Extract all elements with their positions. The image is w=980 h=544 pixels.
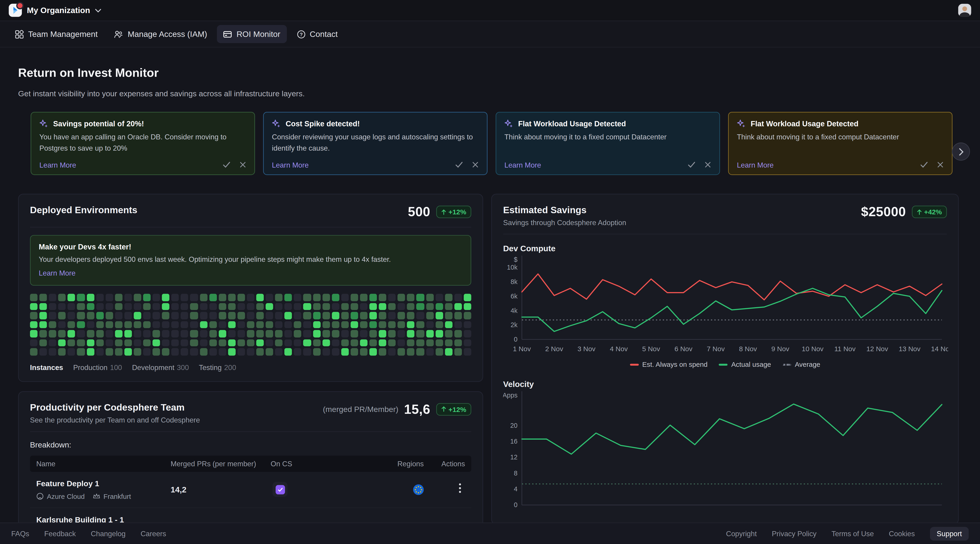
learn-more-link[interactable]: Learn More — [272, 161, 309, 169]
user-avatar[interactable] — [958, 4, 971, 17]
heatmap-cell — [87, 303, 94, 310]
productivity-value: 15,6 — [404, 402, 431, 417]
dismiss-icon[interactable] — [937, 161, 944, 168]
heatmap-cell — [143, 339, 151, 346]
dismiss-icon[interactable] — [239, 161, 246, 168]
alert-body: Consider reviewing your usage logs and a… — [272, 132, 479, 154]
heatmap-cell — [464, 339, 471, 346]
heatmap-cell — [332, 321, 339, 328]
footer-link-support[interactable]: Support — [930, 527, 969, 540]
heatmap-cell — [388, 303, 396, 310]
heatmap-cell — [350, 294, 358, 301]
dismiss-icon[interactable] — [705, 161, 711, 168]
footer-link-feedback[interactable]: Feedback — [44, 530, 76, 538]
accept-icon[interactable] — [223, 161, 231, 169]
nav-label: Team Management — [28, 29, 98, 39]
heatmap-cell — [68, 303, 75, 310]
heatmap-cell — [105, 339, 113, 346]
nav-manage-access-iam[interactable]: Manage Access (IAM) — [108, 25, 213, 43]
learn-more-link[interactable]: Learn More — [39, 269, 75, 277]
footer-link-copyright[interactable]: Copyright — [726, 530, 757, 538]
main-nav: Team Management Manage Access (IAM) ROI … — [0, 21, 980, 48]
on-cs-checkbox[interactable] — [272, 482, 288, 497]
svg-text:4k: 4k — [511, 307, 518, 314]
org-switcher[interactable]: My Organization — [9, 4, 101, 17]
nav-contact[interactable]: ? Contact — [290, 25, 344, 43]
footer-link-careers[interactable]: Careers — [140, 530, 166, 538]
col-regions: Regions — [358, 460, 424, 467]
row-actions-menu[interactable] — [455, 481, 465, 498]
footer-link-terms[interactable]: Terms of Use — [832, 530, 874, 538]
heatmap-cell — [285, 348, 292, 355]
heatmap-cell — [237, 303, 245, 310]
heatmap-cell — [218, 321, 226, 328]
heatmap-cell — [124, 321, 132, 328]
kebab-icon — [459, 483, 461, 493]
svg-text:3 Nov: 3 Nov — [578, 345, 595, 353]
heatmap-cell — [218, 330, 226, 337]
breakdown-label: Breakdown: — [30, 441, 471, 449]
heatmap-cell — [134, 303, 141, 310]
heatmap-cell — [332, 303, 339, 310]
heatmap-cell — [256, 303, 264, 310]
legend-dash-red — [630, 363, 638, 365]
heatmap-cell — [96, 312, 103, 319]
nav-team-management[interactable]: Team Management — [9, 25, 104, 43]
learn-more-link[interactable]: Learn More — [504, 161, 541, 169]
heatmap-cell — [190, 294, 198, 301]
heatmap-cell — [218, 312, 226, 319]
svg-text:8: 8 — [514, 469, 518, 477]
merged-prs-value: 14,2 — [170, 485, 270, 494]
heatmap-cell — [153, 330, 160, 337]
heatmap-cell — [426, 339, 433, 346]
heatmap-cell — [407, 339, 415, 346]
heatmap-cell — [417, 321, 424, 328]
legend-label: Testing — [199, 363, 222, 371]
heatmap-cell — [369, 330, 377, 337]
footer-link-faqs[interactable]: FAQs — [11, 530, 29, 538]
dismiss-icon[interactable] — [472, 161, 479, 168]
footer-link-changelog[interactable]: Changelog — [91, 530, 126, 538]
heatmap-cell — [388, 321, 396, 328]
heatmap-cell — [313, 312, 320, 319]
learn-more-link[interactable]: Learn More — [737, 161, 773, 169]
heatmap-cell — [332, 312, 339, 319]
heatmap-cell — [360, 330, 368, 337]
svg-text:13 Nov: 13 Nov — [899, 345, 920, 353]
learn-more-link[interactable]: Learn More — [40, 161, 76, 169]
heatmap-cell — [285, 303, 292, 310]
svg-text:4: 4 — [514, 485, 518, 493]
accept-icon[interactable] — [687, 161, 695, 169]
question-circle-icon: ? — [297, 30, 305, 38]
heatmap-cell — [58, 321, 66, 328]
heatmap-cell — [407, 294, 415, 301]
heatmap-cell — [275, 303, 283, 310]
nav-label: Manage Access (IAM) — [128, 29, 207, 39]
heatmap-cell — [58, 303, 66, 310]
heatmap-cell — [350, 348, 358, 355]
heatmap-cell — [228, 312, 235, 319]
alert-card-cost-spike: Cost Spike detected! Consider reviewing … — [263, 112, 488, 175]
footer-link-privacy[interactable]: Privacy Policy — [772, 530, 816, 538]
grid-icon — [15, 30, 24, 38]
legend-label: Est. Always on spend — [642, 361, 708, 368]
alerts-next-button[interactable] — [952, 143, 970, 161]
heatmap-cell — [228, 339, 235, 346]
heatmap-cell — [322, 348, 330, 355]
footer-link-cookies[interactable]: Cookies — [889, 530, 915, 538]
heatmap-cell — [190, 303, 198, 310]
nav-roi-monitor[interactable]: ROI Monitor — [217, 25, 286, 43]
heatmap-cell — [398, 348, 405, 355]
heatmap-cell — [398, 303, 405, 310]
heatmap-cell — [360, 321, 368, 328]
heatmap-cell — [200, 348, 207, 355]
heatmap-cell — [49, 330, 56, 337]
heatmap-cell — [124, 303, 132, 310]
legend-value: 300 — [177, 363, 189, 371]
heatmap-cell — [341, 312, 349, 319]
accept-icon[interactable] — [920, 161, 928, 169]
accept-icon[interactable] — [455, 161, 463, 169]
heatmap-cell — [172, 339, 179, 346]
table-row-partial[interactable]: Karlsruhe Building 1 - 1 — [30, 508, 471, 524]
table-row[interactable]: Feature Deploy 1 Azure Cloud — [30, 472, 471, 508]
